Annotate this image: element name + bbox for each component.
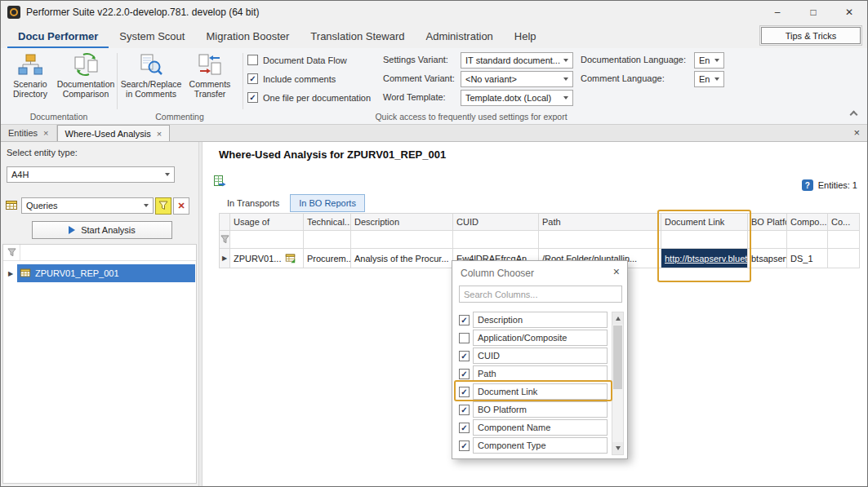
filter-cell[interactable] — [453, 231, 539, 249]
scroll-up-button[interactable] — [612, 312, 623, 325]
column-item-label[interactable]: Description — [473, 312, 608, 328]
col-path[interactable]: Path — [539, 213, 661, 231]
column-item-label[interactable]: Application/Composite — [473, 330, 608, 346]
cell-component-name[interactable]: DS_1 — [787, 249, 828, 268]
col-component-type[interactable]: Co... — [828, 213, 860, 231]
filter-row-icon[interactable] — [220, 235, 229, 244]
row-expand-icon[interactable]: ▶ — [222, 255, 227, 262]
tab-in-bo-reports[interactable]: In BO Reports — [290, 194, 365, 212]
comments-transfer-button[interactable]: Comments Transfer — [182, 51, 238, 111]
documentation-language-select[interactable]: En — [694, 52, 724, 69]
menu-administration[interactable]: Administration — [415, 24, 503, 48]
edit-filter-button[interactable] — [155, 197, 171, 215]
tab-in-transports[interactable]: In Transports — [219, 194, 287, 212]
tips-tricks-button[interactable]: Tips & Tricks — [761, 27, 861, 44]
cell-description[interactable]: Analysis of the Procur... — [351, 249, 453, 268]
column-item-application-composite[interactable]: Application/Composite — [459, 330, 608, 346]
object-type-select[interactable]: Queries — [21, 197, 154, 214]
scrollbar[interactable] — [612, 312, 624, 455]
tabbar-close-icon[interactable]: × — [853, 126, 860, 139]
document-link-cell[interactable]: http://btsapserv.bluet... — [661, 249, 748, 268]
clear-filter-button[interactable]: ✕ — [173, 197, 189, 215]
option-include-comments[interactable]: ✓ Include comments — [247, 73, 336, 84]
tab-close-icon[interactable]: × — [43, 128, 48, 138]
scenario-directory-button[interactable]: Scenario Directory — [2, 51, 58, 111]
checkbox-icon[interactable]: ✓ — [459, 315, 470, 325]
menu-translation-steward[interactable]: Translation Steward — [300, 24, 415, 48]
expand-icon[interactable]: ▶ — [4, 270, 17, 277]
checkbox-icon[interactable]: ✓ — [247, 92, 258, 103]
cell-usage-of[interactable]: ZPURV01... — [230, 249, 304, 268]
filter-cell[interactable] — [539, 231, 661, 249]
filter-cell[interactable] — [351, 231, 453, 249]
column-item-component-name[interactable]: ✓ Component Name — [459, 419, 608, 436]
export-icon[interactable] — [213, 175, 226, 188]
filter-cell[interactable] — [828, 231, 860, 249]
documentation-comparison-button[interactable]: Documentation Comparison — [58, 51, 114, 111]
filter-cell[interactable] — [661, 231, 748, 249]
column-item-description[interactable]: ✓ Description — [459, 312, 608, 328]
settings-variant-select[interactable]: IT standard document... — [461, 52, 573, 69]
ribbon-collapse-icon[interactable] — [850, 111, 858, 119]
tree-item-zpurv01-rep-001[interactable]: ▶ ZPURV01_REP_001 — [4, 264, 195, 282]
filter-cell[interactable] — [304, 231, 351, 249]
search-replace-comments-button[interactable]: Search/Replace in Comments — [123, 51, 179, 111]
entity-type-select[interactable]: A4H — [7, 166, 175, 183]
filter-cell[interactable] — [748, 231, 787, 249]
column-item-label[interactable]: Component Type — [473, 437, 608, 454]
checkbox-icon[interactable] — [247, 55, 258, 65]
menu-docu-performer[interactable]: Docu Performer — [7, 24, 109, 48]
column-item-cuid[interactable]: ✓ CUID — [459, 348, 608, 364]
checkbox-icon[interactable]: ✓ — [459, 405, 470, 415]
comment-variant-select[interactable]: <No variant> — [461, 71, 573, 87]
checkbox-icon[interactable]: ✓ — [459, 351, 470, 361]
filter-cell[interactable] — [787, 231, 828, 249]
tab-close-icon[interactable]: × — [157, 129, 162, 139]
tab-entities[interactable]: Entities × — [1, 125, 57, 141]
col-description[interactable]: Description — [351, 213, 453, 231]
checkbox-icon[interactable]: ✓ — [459, 441, 470, 451]
col-usage-of[interactable]: Usage of — [230, 213, 304, 231]
start-analysis-button[interactable]: Start Analysis — [32, 221, 172, 239]
word-template-select[interactable]: Template.dotx (Local) — [461, 90, 573, 106]
option-one-file-per-documentation[interactable]: ✓ One file per documentation — [247, 92, 371, 103]
col-component-name[interactable]: Compo... — [787, 213, 828, 231]
menu-migration-booster[interactable]: Migration Booster — [195, 24, 300, 48]
maximize-button[interactable]: □ — [795, 1, 831, 24]
col-cuid[interactable]: CUID — [453, 213, 539, 231]
cell-technical-name[interactable]: Procurem... — [304, 249, 351, 268]
filter-icon[interactable] — [7, 248, 16, 257]
column-item-label[interactable]: CUID — [473, 348, 608, 364]
col-document-link[interactable]: Document Link — [661, 213, 748, 231]
scroll-thumb[interactable] — [613, 325, 622, 389]
column-item-document-link[interactable]: ✓ Document Link — [459, 383, 608, 400]
cell-component-type[interactable] — [828, 249, 860, 268]
checkbox-icon[interactable]: ✓ — [459, 423, 470, 433]
checkbox-icon[interactable]: ✓ — [459, 369, 470, 379]
col-bo-platform[interactable]: BO Platfo... — [748, 213, 787, 231]
column-item-component-type[interactable]: ✓ Component Type — [459, 437, 608, 454]
close-icon[interactable]: × — [613, 265, 620, 278]
tree-item-selection[interactable]: ZPURV01_REP_001 — [17, 264, 195, 282]
column-item-label[interactable]: Component Name — [473, 419, 608, 436]
column-item-label[interactable]: Path — [473, 365, 608, 382]
tree-filter-row[interactable] — [3, 245, 196, 261]
comment-language-select[interactable]: En — [694, 71, 724, 87]
column-search-input[interactable] — [459, 286, 622, 303]
column-item-label[interactable]: Document Link — [473, 383, 608, 400]
filter-cell[interactable] — [230, 231, 304, 249]
cell-bo-platform[interactable]: btsapserv — [748, 249, 787, 268]
column-item-label[interactable]: BO Platform — [473, 401, 608, 418]
scroll-down-button[interactable] — [612, 442, 623, 454]
column-item-bo-platform[interactable]: ✓ BO Platform — [459, 401, 608, 418]
menu-system-scout[interactable]: System Scout — [109, 24, 195, 48]
tab-where-used-analysis[interactable]: Where-Used Analysis × — [57, 125, 171, 141]
menu-help[interactable]: Help — [504, 24, 547, 48]
column-item-path[interactable]: ✓ Path — [459, 365, 608, 382]
option-document-data-flow[interactable]: Document Data Flow — [247, 55, 347, 65]
checkbox-icon[interactable]: ✓ — [459, 387, 470, 397]
checkbox-icon[interactable]: ✓ — [247, 73, 258, 84]
checkbox-icon[interactable] — [459, 333, 470, 343]
minimize-button[interactable]: – — [759, 1, 795, 24]
close-button[interactable]: ✕ — [831, 1, 867, 24]
